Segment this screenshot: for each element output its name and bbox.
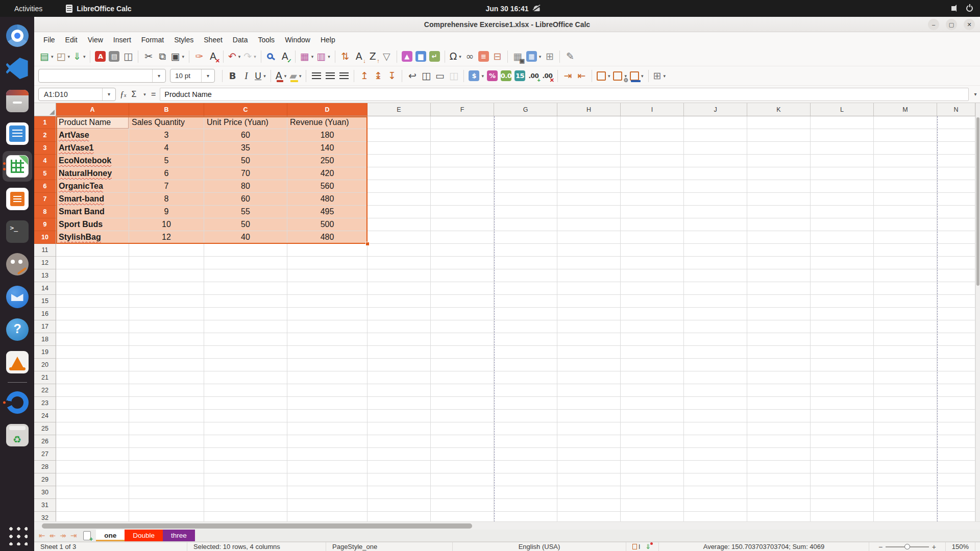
row-header-32[interactable]: 32 bbox=[34, 512, 56, 521]
cell-M8[interactable] bbox=[874, 206, 937, 218]
cell-F20[interactable] bbox=[431, 359, 494, 371]
cell-M31[interactable] bbox=[874, 499, 937, 512]
cell-G28[interactable] bbox=[494, 461, 557, 473]
cell-G14[interactable] bbox=[494, 282, 557, 295]
cell-F14[interactable] bbox=[431, 282, 494, 295]
cell-A28[interactable] bbox=[56, 461, 129, 473]
cell-B2[interactable]: 3 bbox=[129, 129, 204, 142]
cell-G27[interactable] bbox=[494, 448, 557, 461]
cell-F29[interactable] bbox=[431, 473, 494, 486]
cell-L22[interactable] bbox=[811, 384, 874, 397]
cell-H18[interactable] bbox=[557, 333, 621, 346]
format-currency-button[interactable]: $▾ bbox=[467, 68, 485, 84]
cell-N26[interactable] bbox=[937, 435, 975, 448]
cell-K17[interactable] bbox=[747, 320, 811, 333]
clone-formatting-button[interactable]: ✑ bbox=[192, 49, 206, 64]
cell-K28[interactable] bbox=[747, 461, 811, 473]
font-name-dropdown-icon[interactable]: ▾ bbox=[152, 69, 165, 82]
cell-G24[interactable] bbox=[494, 410, 557, 422]
cell-G16[interactable] bbox=[494, 308, 557, 320]
row-header-30[interactable]: 30 bbox=[34, 486, 56, 499]
cell-J31[interactable] bbox=[684, 499, 747, 512]
cell-E1[interactable] bbox=[368, 116, 431, 129]
cell-F3[interactable] bbox=[431, 142, 494, 155]
cell-I27[interactable] bbox=[621, 448, 684, 461]
redo-dropdown-icon[interactable]: ▾ bbox=[254, 54, 256, 59]
cell-H31[interactable] bbox=[557, 499, 621, 512]
align-center-button[interactable] bbox=[323, 68, 337, 84]
row-header-10[interactable]: 10 bbox=[34, 231, 56, 244]
cell-A27[interactable] bbox=[56, 448, 129, 461]
cell-N24[interactable] bbox=[937, 410, 975, 422]
cell-N12[interactable] bbox=[937, 257, 975, 269]
cell-B18[interactable] bbox=[129, 333, 204, 346]
menu-sheet[interactable]: Sheet bbox=[199, 34, 228, 45]
cell-F18[interactable] bbox=[431, 333, 494, 346]
cell-D17[interactable] bbox=[287, 320, 368, 333]
find-replace-button[interactable] bbox=[264, 49, 278, 64]
cell-G11[interactable] bbox=[494, 244, 557, 257]
cell-M26[interactable] bbox=[874, 435, 937, 448]
cell-E2[interactable] bbox=[368, 129, 431, 142]
cell-H19[interactable] bbox=[557, 346, 621, 359]
cell-L12[interactable] bbox=[811, 257, 874, 269]
cell-G25[interactable] bbox=[494, 422, 557, 435]
cell-J4[interactable] bbox=[684, 155, 747, 167]
cell-N8[interactable] bbox=[937, 206, 975, 218]
select-all-corner[interactable] bbox=[34, 103, 56, 116]
cell-B27[interactable] bbox=[129, 448, 204, 461]
cell-D3[interactable]: 140 bbox=[287, 142, 368, 155]
cell-L29[interactable] bbox=[811, 473, 874, 486]
cell-J6[interactable] bbox=[684, 180, 747, 193]
vertical-scrollbar-thumb[interactable] bbox=[976, 117, 979, 286]
cell-I23[interactable] bbox=[621, 397, 684, 410]
document-modified-icon[interactable]: ⇓ bbox=[645, 543, 651, 550]
cell-J20[interactable] bbox=[684, 359, 747, 371]
clock-menu[interactable]: Jun 30 16:41 bbox=[486, 0, 540, 17]
cell-I21[interactable] bbox=[621, 371, 684, 384]
row-header-16[interactable]: 16 bbox=[34, 308, 56, 320]
cell-C31[interactable] bbox=[204, 499, 287, 512]
cell-G10[interactable] bbox=[494, 231, 557, 244]
cell-K11[interactable] bbox=[747, 244, 811, 257]
cell-H22[interactable] bbox=[557, 384, 621, 397]
menu-insert[interactable]: Insert bbox=[108, 34, 136, 45]
cell-M17[interactable] bbox=[874, 320, 937, 333]
cell-N18[interactable] bbox=[937, 333, 975, 346]
cell-L13[interactable] bbox=[811, 269, 874, 282]
row-header-24[interactable]: 24 bbox=[34, 410, 56, 422]
cell-B4[interactable]: 5 bbox=[129, 155, 204, 167]
cell-A31[interactable] bbox=[56, 499, 129, 512]
menu-styles[interactable]: Styles bbox=[169, 34, 199, 45]
cell-L32[interactable] bbox=[811, 512, 874, 521]
cell-H9[interactable] bbox=[557, 218, 621, 231]
cell-L23[interactable] bbox=[811, 397, 874, 410]
open-dropdown-icon[interactable]: ▾ bbox=[67, 54, 70, 59]
cell-E8[interactable] bbox=[368, 206, 431, 218]
cell-C1[interactable]: Unit Price (Yuan) bbox=[204, 116, 287, 129]
cell-I1[interactable] bbox=[621, 116, 684, 129]
formula-input[interactable]: Product Name bbox=[160, 88, 969, 101]
cell-I14[interactable] bbox=[621, 282, 684, 295]
cell-G29[interactable] bbox=[494, 473, 557, 486]
cell-F4[interactable] bbox=[431, 155, 494, 167]
cell-G30[interactable] bbox=[494, 486, 557, 499]
activities-button[interactable]: Activities bbox=[10, 4, 46, 14]
cell-L31[interactable] bbox=[811, 499, 874, 512]
cell-A5[interactable]: NaturalHoney bbox=[56, 167, 129, 180]
cell-M25[interactable] bbox=[874, 422, 937, 435]
vertical-scrollbar[interactable] bbox=[975, 103, 980, 521]
cell-D27[interactable] bbox=[287, 448, 368, 461]
cell-B16[interactable] bbox=[129, 308, 204, 320]
new-button[interactable]: ▤▾ bbox=[38, 49, 55, 64]
freeze-rows-columns-button[interactable]: ▦▾ bbox=[525, 49, 543, 64]
cell-H6[interactable] bbox=[557, 180, 621, 193]
cell-A4[interactable]: EcoNotebook bbox=[56, 155, 129, 167]
clear-formatting-button[interactable]: A✕ bbox=[206, 49, 220, 64]
cell-I28[interactable] bbox=[621, 461, 684, 473]
open-button[interactable]: ◰▾ bbox=[55, 49, 71, 64]
cell-B15[interactable] bbox=[129, 295, 204, 308]
cell-F32[interactable] bbox=[431, 512, 494, 521]
cell-K24[interactable] bbox=[747, 410, 811, 422]
merge-and-center-button[interactable]: ◫ bbox=[419, 68, 433, 84]
